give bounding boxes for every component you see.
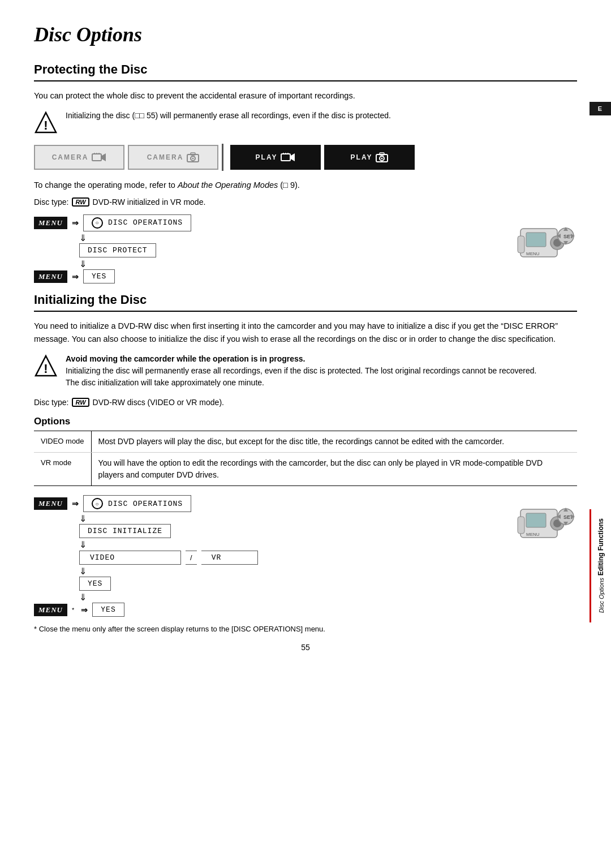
disc-options-label: Disc Options [598,578,605,613]
svg-marker-3 [102,153,106,161]
down-arrow-2: ⇓ [34,259,87,269]
mode-buttons-row: CAMERA CAMERA [34,144,577,171]
protect-menu-flow: MENU ⇒ ○ DISC OPERATIONS ⇓ DISC PROTECT … [34,214,577,285]
separator: / [186,551,197,565]
init-menu-flow: MENU ⇒ ○ DISC OPERATIONS ⇓ DISC INITIALI… [34,495,577,618]
svg-text:MENU: MENU [526,532,540,537]
change-mode-text: To change the operating mode, refer to A… [34,179,577,191]
initializing-warning-text: Avoid moving the camcorder while the ope… [66,353,536,389]
init-menu-steps: MENU ⇒ ○ DISC OPERATIONS ⇓ DISC INITIALI… [34,495,258,618]
disc-circle-2: ○ [92,498,103,509]
page-number: 55 [301,643,310,652]
warning-strong: Avoid moving the camcorder while the ope… [66,354,305,363]
disc-protect-box: DISC PROTECT [79,243,156,257]
camera-photo-btn[interactable]: CAMERA [128,145,218,170]
yes-box-3: YES [92,603,124,617]
side-tab-e: E [590,102,611,115]
initializing-intro: You need to initialize a DVD-RW disc whe… [34,320,577,345]
svg-rect-37 [518,517,524,534]
init-down-4: ⇓ [34,592,87,603]
vr-mode-desc: You will have the option to edit the rec… [91,453,577,486]
warning-line-1: Initializing the disc will permanently e… [66,366,536,375]
page-title: Disc Options [34,23,577,46]
page-container: E Editing Functions Disc Options Disc Op… [0,0,611,669]
rw-badge-2: RW [72,398,89,407]
camera-video-btn[interactable]: CAMERA [34,145,124,170]
warning-icon: ! [34,111,58,135]
arrow-2: ⇒ [72,272,79,281]
initializing-section: Initializing the Disc You need to initia… [34,293,577,634]
disc-type-protect: Disc type: RW DVD-RW initialized in VR m… [34,197,577,207]
initializing-heading: Initializing the Disc [34,293,577,312]
protecting-intro: You can protect the whole disc to preven… [34,89,577,102]
protect-step1-row: MENU ⇒ ○ DISC OPERATIONS [34,214,191,231]
svg-rect-11 [281,154,290,161]
side-label-container: Editing Functions Disc Options [590,509,611,622]
svg-text:!: ! [44,362,48,376]
rw-badge: RW [72,197,89,207]
init-down-3: ⇓ [34,566,87,577]
svg-marker-12 [291,153,295,161]
svg-rect-2 [92,154,101,161]
menu-label-2: MENU [34,270,67,283]
init-menu-label-1: MENU [34,497,67,510]
init-step5-row: MENU * ⇒ YES [34,603,124,617]
play-photo-cam-icon [376,152,388,162]
camcorder-svg-2: MENU SET [515,495,577,549]
init-down-1: ⇓ [34,513,87,524]
svg-rect-23 [518,236,524,253]
play-video-cam-icon [281,152,295,162]
protecting-warning-content: Initializing the disc (□□ 55) will perma… [66,111,391,120]
video-cam-icon [92,152,106,162]
photo-cam-icon [187,152,199,162]
down-arrow-1: ⇓ [34,233,87,243]
disc-initialize-box: DISC INITIALIZE [79,524,171,538]
footnote: * Close the menu only after the screen d… [34,624,577,635]
menu-star: * [72,607,74,613]
disc-ops-box-1: ○ DISC OPERATIONS [83,214,191,231]
table-row-vr: VR mode You will have the option to edit… [34,453,577,486]
warning-icon-2: ! [34,354,58,378]
disc-type-detail-protect: DVD-RW initialized in VR mode. [93,197,206,207]
disc-type-label-2: Disc type: [34,398,68,407]
video-mode-desc: Most DVD players will play the disc, but… [91,431,577,453]
disc-type-label: Disc type: [34,197,68,207]
disc-circle-1: ○ [92,217,103,229]
arrow-1: ⇒ [72,218,79,227]
init-step1-row: MENU ⇒ ○ DISC OPERATIONS [34,495,191,512]
yes-box-2: YES [79,577,111,591]
table-row-video: VIDEO mode Most DVD players will play th… [34,431,577,453]
initializing-warning-box: ! Avoid moving the camcorder while the o… [34,353,577,389]
camcorder-diagram-1: MENU SET [515,214,577,268]
protect-step3-row: MENU ⇒ YES [34,269,115,283]
play-photo-btn[interactable]: PLAY [324,145,415,170]
init-step4-row: YES [34,577,111,591]
svg-rect-25 [526,233,546,247]
svg-text:!: ! [44,118,48,132]
play-video-btn[interactable]: PLAY [230,145,321,170]
init-menu-label-2: MENU [34,604,67,616]
play-photo-label: PLAY [351,153,373,161]
vr-mode-label: VR mode [34,453,91,486]
options-heading: Options [34,416,577,427]
svg-point-19 [381,158,383,160]
protecting-heading: Protecting the Disc [34,62,577,81]
init-down-2: ⇓ [34,539,87,550]
warning-line-2: The disc initialization will take approx… [66,378,264,387]
play-video-label: PLAY [256,153,278,161]
init-arrow-2: ⇒ [81,605,88,615]
svg-text:MENU: MENU [526,251,540,256]
protecting-section: Protecting the Disc You can protect the … [34,62,577,285]
disc-type-detail-init: DVD-RW discs (VIDEO or VR mode). [93,398,224,407]
protecting-warning-text: Initializing the disc (□□ 55) will perma… [66,110,391,122]
protect-step2-row: DISC PROTECT [34,243,156,257]
disc-type-init: Disc type: RW DVD-RW discs (VIDEO or VR … [34,398,577,407]
protecting-warning-box: ! Initializing the disc (□□ 55) will per… [34,110,577,135]
vr-box: VR [201,551,258,565]
camera-video-label: CAMERA [52,153,89,161]
init-step3-row: VIDEO / VR [34,551,258,565]
init-arrow-1: ⇒ [72,499,79,508]
video-mode-label: VIDEO mode [34,431,91,453]
camcorder-diagram-2: MENU SET [515,495,577,549]
protect-menu-steps: MENU ⇒ ○ DISC OPERATIONS ⇓ DISC PROTECT … [34,214,191,285]
